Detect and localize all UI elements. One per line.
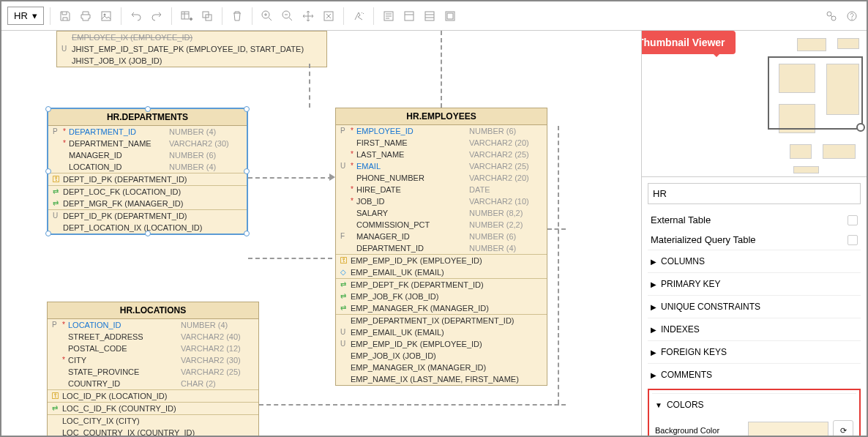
mqt-label: Materialized Query Table — [651, 234, 756, 245]
save-icon[interactable] — [56, 7, 74, 25]
duplicate-icon[interactable] — [198, 7, 216, 25]
note-icon[interactable] — [380, 7, 397, 25]
find-icon[interactable] — [823, 7, 840, 25]
schema-selector[interactable]: HR ▾ — [7, 7, 44, 25]
chevron-right-icon: ▶ — [651, 280, 656, 288]
index-row: UEMP_EMAIL_UK (EMAIL) — [336, 326, 547, 338]
undo-icon[interactable] — [127, 7, 145, 25]
properties-panel: External Table Materialized Query Table … — [642, 177, 867, 436]
index-row: EMP_NAME_IX (LAST_NAME, FIRST_NAME) — [336, 373, 547, 385]
svg-rect-10 — [425, 12, 434, 20]
right-panel: Thumbnail Viewer External Table Material… — [641, 31, 867, 436]
chevron-right-icon: ▶ — [651, 348, 656, 356]
accordion-columns[interactable]: ▶COLUMNS — [648, 250, 861, 272]
column-row: POSTAL_CODEVARCHAR2 (12) — [48, 343, 258, 354]
column-row: SALARYNUMBER (8,2) — [336, 207, 547, 219]
entity-departments[interactable]: HR.DEPARTMENTS P*DEPARTMENT_IDNUMBER (4)… — [47, 108, 248, 235]
key-row: ⇄EMP_JOB_FK (JOB_ID) — [336, 291, 547, 302]
accordion-primary-key[interactable]: ▶PRIMARY KEY — [648, 272, 861, 295]
column-row: U*EMAILVARCHAR2 (25) — [336, 160, 547, 172]
column-row: STATE_PROVINCEVARCHAR2 (25) — [48, 366, 258, 378]
column-row: PHONE_NUMBERVARCHAR2 (20) — [336, 172, 547, 184]
column-row: P*LOCATION_IDNUMBER (4) — [48, 319, 258, 331]
external-table-label: External Table — [651, 214, 711, 225]
column-row: FMANAGER_IDNUMBER (6) — [336, 231, 547, 242]
schema-name: HR — [14, 10, 28, 21]
key-row: ⇄EMP_MANAGER_FK (MANAGER_ID) — [336, 302, 547, 314]
key-row: ⚿LOC_ID_PK (LOCATION_ID) — [48, 390, 258, 402]
mqt-checkbox[interactable] — [848, 235, 858, 245]
index-row: EMP_JOB_IX (JOB_ID) — [336, 350, 547, 362]
bg-color-label: Background Color — [655, 426, 719, 435]
index-row: UDEPT_ID_PK (DEPARTMENT_ID) — [48, 210, 247, 222]
chevron-down-icon: ▾ — [32, 10, 37, 21]
key-row: ⚿EMP_EMP_ID_PK (EMPLOYEE_ID) — [336, 255, 547, 266]
external-table-checkbox[interactable] — [848, 215, 858, 225]
column-row: P*EMPLOYEE_IDNUMBER (6) — [336, 125, 547, 137]
column-row: *DEPARTMENT_NAMEVARCHAR2 (30) — [48, 138, 247, 149]
add-table-icon[interactable] — [178, 7, 195, 25]
delete-icon[interactable] — [228, 7, 246, 25]
index-row: EMP_MANAGER_IX (MANAGER_ID) — [336, 362, 547, 373]
accordion-indexes[interactable]: ▶INDEXES — [648, 318, 861, 340]
index-row: LOC_COUNTRY_IX (COUNTRY_ID) — [48, 427, 258, 436]
svg-rect-0 — [102, 12, 111, 20]
thumbnail-viewer[interactable]: Thumbnail Viewer — [642, 31, 867, 177]
chevron-right-icon: ▶ — [651, 303, 656, 311]
column-row: STREET_ADDRESSVARCHAR2 (40) — [48, 331, 258, 343]
diagram-canvas[interactable]: EMPLOYEE_IX (EMPLOYEE_ID) UJHIST_EMP_ID_… — [1, 31, 641, 436]
key-row: ⚿DEPT_ID_PK (DEPARTMENT_ID) — [48, 173, 247, 185]
svg-rect-9 — [405, 12, 414, 20]
column-row: DEPARTMENT_IDNUMBER (4) — [336, 242, 547, 254]
key-row: ⇄DEPT_LOC_FK (LOCATION_ID) — [48, 186, 247, 198]
fit-icon[interactable] — [320, 7, 337, 25]
column-row: *LAST_NAMEVARCHAR2 (25) — [336, 149, 547, 160]
zoom-in-icon[interactable] — [258, 7, 276, 25]
print-icon[interactable] — [77, 7, 94, 25]
redo-icon[interactable] — [148, 7, 165, 25]
index-row: LOC_CITY_IX (CITY) — [48, 415, 258, 427]
key-row: ⇄DEPT_MGR_FK (MANAGER_ID) — [48, 198, 247, 209]
chevron-right-icon: ▶ — [651, 371, 656, 379]
entity-locations[interactable]: HR.LOCATIONS P*LOCATION_IDNUMBER (4)STRE… — [47, 302, 259, 436]
help-icon[interactable] — [843, 7, 861, 25]
accordion-foreign-keys[interactable]: ▶FOREIGN KEYS — [648, 340, 861, 363]
chevron-right-icon: ▶ — [651, 258, 656, 266]
auto-layout-icon[interactable] — [350, 7, 367, 25]
chevron-right-icon: ▶ — [651, 326, 656, 334]
accordion-colors[interactable]: ▼ COLORS — [652, 393, 856, 416]
svg-point-1 — [103, 13, 105, 15]
image-icon[interactable] — [97, 7, 115, 25]
refresh-bg-icon[interactable]: ⟳ — [833, 420, 853, 436]
column-row: COUNTRY_IDCHAR (2) — [48, 378, 258, 389]
chevron-down-icon: ▼ — [655, 401, 662, 409]
column-row: *CITYVARCHAR2 (30) — [48, 354, 258, 366]
accordion-comments[interactable]: ▶COMMENTS — [648, 363, 861, 386]
view3-icon[interactable] — [441, 7, 459, 25]
column-row: P*DEPARTMENT_IDNUMBER (4) — [48, 126, 247, 138]
svg-rect-12 — [447, 13, 453, 19]
zoom-out-icon[interactable] — [279, 7, 296, 25]
key-row: ⇄LOC_C_ID_FK (COUNTRY_ID) — [48, 403, 258, 414]
svg-rect-2 — [182, 12, 189, 19]
colors-section: ▼ COLORS Background Color ⟳ Border Color… — [648, 389, 861, 436]
name-input[interactable] — [648, 183, 861, 204]
column-row: MANAGER_IDNUMBER (6) — [48, 149, 247, 161]
view1-icon[interactable] — [400, 7, 418, 25]
entity-title: HR.LOCATIONS — [48, 302, 258, 319]
index-row: UEMP_EMP_ID_PK (EMPLOYEE_ID) — [336, 338, 547, 350]
key-row: ⇄EMP_DEPT_FK (DEPARTMENT_ID) — [336, 279, 547, 291]
toolbar: HR ▾ — [1, 1, 867, 31]
column-row: FIRST_NAMEVARCHAR2 (20) — [336, 137, 547, 149]
column-row: LOCATION_IDNUMBER (4) — [48, 161, 247, 173]
entity-jhist[interactable]: EMPLOYEE_IX (EMPLOYEE_ID) UJHIST_EMP_ID_… — [56, 31, 327, 67]
move-icon[interactable] — [299, 7, 317, 25]
column-row: COMMISSION_PCTNUMBER (2,2) — [336, 219, 547, 231]
callout-label: Thumbnail Viewer — [641, 31, 736, 54]
entity-employees[interactable]: HR.EMPLOYEES P*EMPLOYEE_IDNUMBER (6)FIRS… — [335, 108, 547, 386]
accordion-unique-constraints[interactable]: ▶UNIQUE CONSTRAINTS — [648, 295, 861, 318]
svg-point-16 — [851, 18, 852, 19]
bg-color-swatch[interactable] — [748, 422, 828, 436]
entity-title: HR.EMPLOYEES — [336, 108, 547, 125]
view2-icon[interactable] — [421, 7, 438, 25]
